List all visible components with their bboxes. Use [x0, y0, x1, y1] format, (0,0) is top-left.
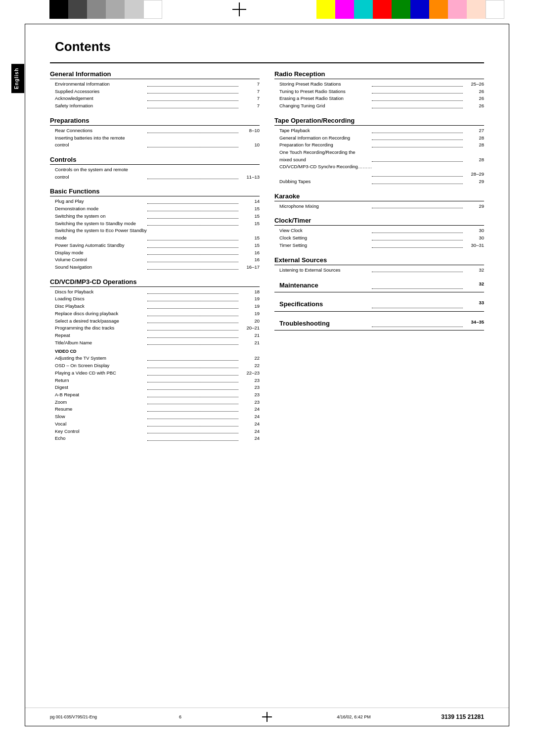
list-item: 28–29 — [274, 171, 484, 178]
list-item: Adjusting the TV System 22 — [50, 355, 260, 362]
list-item: Title/Album Name 21 — [50, 339, 260, 347]
list-item: Tuning to Preset Radio Stations 26 — [274, 88, 484, 95]
list-item: Switching the system to Standby mode 15 — [50, 220, 260, 228]
section-title-controls: Controls — [50, 156, 260, 165]
list-item: Return 23 — [50, 377, 260, 384]
list-item: mode 15 — [50, 235, 260, 242]
list-item: Digest 23 — [50, 384, 260, 391]
list-item: Dubbing Tapes 29 — [274, 178, 484, 186]
footer-product-code: 3139 115 21281 — [397, 713, 484, 720]
list-item: Clock Setting 30 — [274, 235, 484, 242]
color-magenta — [335, 0, 354, 19]
list-item: Echo 24 — [50, 435, 260, 442]
color-white2 — [486, 0, 504, 19]
section-title-basic: Basic Functions — [50, 188, 260, 196]
footer-crosshair-area — [223, 712, 311, 722]
list-item: Repeat 21 — [50, 332, 260, 339]
list-item: Changing Tuning Grid 26 — [274, 102, 484, 110]
list-item: Tape Playback 27 — [274, 127, 484, 135]
list-item: Microphone Mixing 29 — [274, 203, 484, 210]
section-title-tape: Tape Operation/Recording — [274, 117, 484, 126]
section-basic-functions: Basic Functions Plug and Play 14 Demonst… — [50, 188, 260, 271]
list-item: Loading Discs 19 — [50, 295, 260, 303]
list-item: Display mode 16 — [50, 249, 260, 257]
color-cyan — [354, 0, 373, 19]
list-item: Timer Setting 30–31 — [274, 242, 484, 249]
subsection-title-videocd: VIDEO CD — [50, 349, 260, 354]
list-item: Power Saving Automatic Standby 15 — [50, 242, 260, 249]
section-general-information: General Information Environmental Inform… — [50, 70, 260, 110]
list-item: Rear Connections 8–10 — [50, 127, 260, 135]
list-item: Preparation for Recording 28 — [274, 142, 484, 149]
list-item: Storing Preset Radio Stations 25–26 — [274, 81, 484, 88]
page-frame: English Contents General Information Env… — [25, 24, 509, 726]
section-title-general: General Information — [50, 70, 260, 79]
list-item: Resume 24 — [50, 406, 260, 413]
section-karaoke: Karaoke Microphone Mixing 29 — [274, 192, 484, 210]
list-item: Replace discs during playback 19 — [50, 310, 260, 318]
list-item: Zoom 23 — [50, 399, 260, 406]
two-column-layout: General Information Environmental Inform… — [50, 70, 484, 449]
list-item: Slow 24 — [50, 413, 260, 421]
color-peach — [467, 0, 486, 19]
color-blue — [410, 0, 429, 19]
list-item: Sound Navigation 16–17 — [50, 264, 260, 271]
section-preparations: Preparations Rear Connections 8–10 Inser… — [50, 117, 260, 149]
footer-page-number: 6 — [137, 714, 224, 719]
list-item: Erasing a Preset Radio Station 26 — [274, 95, 484, 102]
crosshair-icon — [232, 2, 246, 16]
list-item: Maintenance 32 — [274, 281, 484, 292]
color-gray — [87, 0, 106, 19]
crosshair-center — [162, 0, 316, 19]
color-lightgray — [106, 0, 125, 19]
title-divider — [50, 62, 484, 63]
list-item: Demonstration mode 15 — [50, 205, 260, 213]
section-cd-operations: CD/VCD/MP3-CD Operations Discs for Playb… — [50, 278, 260, 442]
section-title-preparations: Preparations — [50, 117, 260, 126]
list-item: Controls on the system and remote — [50, 166, 260, 174]
color-pink — [448, 0, 467, 19]
list-item: control 10 — [50, 142, 260, 149]
section-tape-operation: Tape Operation/Recording Tape Playback 2… — [274, 117, 484, 186]
section-external-sources: External Sources Listening to External S… — [274, 256, 484, 274]
section-controls: Controls Controls on the system and remo… — [50, 156, 260, 181]
color-red — [373, 0, 392, 19]
footer-code: pg 001-035/V795/21-Eng — [50, 714, 137, 719]
list-item: Select a desired track/passage 20 — [50, 318, 260, 325]
color-yellow — [316, 0, 335, 19]
list-item: View Clock 30 — [274, 227, 484, 235]
list-item: control 11–13 — [50, 174, 260, 181]
list-item: Programming the disc tracks 20–21 — [50, 325, 260, 332]
right-column: Radio Reception Storing Preset Radio Sta… — [274, 70, 484, 449]
list-item: Supplied Accessories 7 — [50, 88, 260, 95]
section-title-external: External Sources — [274, 256, 484, 265]
list-item: Switching the system on 15 — [50, 213, 260, 220]
list-item: Safety Information 7 — [50, 102, 260, 110]
list-item: Playing a Video CD with PBC 22–23 — [50, 370, 260, 377]
list-item: Discs for Playback 18 — [50, 288, 260, 296]
color-blocks-left — [49, 0, 162, 19]
list-item: Volume Control 16 — [50, 256, 260, 264]
color-orange — [429, 0, 448, 19]
list-item: Plug and Play 14 — [50, 198, 260, 205]
section-title-radio: Radio Reception — [274, 70, 484, 79]
page-footer: pg 001-035/V795/21-Eng 6 4/16/02, 6:42 P… — [25, 708, 509, 726]
left-column: General Information Environmental Inform… — [50, 70, 260, 449]
list-item: One Touch Recording/Recording the — [274, 149, 484, 156]
color-silver — [125, 0, 143, 19]
list-item: Listening to External Sources 32 — [274, 267, 484, 274]
section-radio-reception: Radio Reception Storing Preset Radio Sta… — [274, 70, 484, 110]
footer-datetime: 4/16/02, 6:42 PM — [311, 714, 398, 719]
section-title-clock: Clock/Timer — [274, 217, 484, 226]
page-content: Contents General Information Environment… — [25, 24, 509, 464]
section-maintenance: Maintenance 32 — [274, 281, 484, 292]
section-troubleshooting: Troubleshooting 34–35 — [274, 319, 484, 331]
color-green — [392, 0, 410, 19]
color-darkgray — [68, 0, 87, 19]
list-item: Disc Playback 19 — [50, 303, 260, 310]
footer-crosshair-icon — [262, 712, 272, 722]
list-item: Acknowledgement 7 — [50, 95, 260, 102]
color-black — [49, 0, 68, 19]
list-item: Vocal 24 — [50, 421, 260, 428]
list-item: Troubleshooting 34–35 — [274, 319, 484, 331]
